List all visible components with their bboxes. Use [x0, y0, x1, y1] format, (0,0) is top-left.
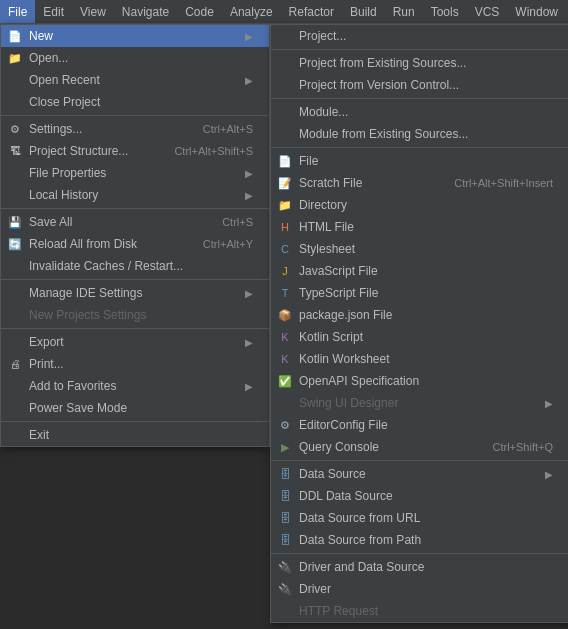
- file-icon: 📄: [277, 153, 293, 169]
- local-history-arrow-icon: ▶: [245, 190, 253, 201]
- submenu-item-driver-datasource[interactable]: 🔌 Driver and Data Source: [271, 556, 568, 578]
- menu-item-new-project-settings: New Projects Settings: [1, 304, 269, 326]
- kotlin-script-icon: K: [277, 329, 293, 345]
- right-separator-3: [271, 147, 568, 148]
- submenu-item-query-console[interactable]: ▶ Query Console Ctrl+Shift+Q: [271, 436, 568, 458]
- submenu-item-html[interactable]: H HTML File: [271, 216, 568, 238]
- export-arrow-icon: ▶: [245, 337, 253, 348]
- menubar-item-tools[interactable]: Tools: [423, 0, 467, 23]
- right-separator-4: [271, 460, 568, 461]
- submenu-item-data-source-path[interactable]: 🗄 Data Source from Path: [271, 529, 568, 551]
- separator-5: [1, 421, 269, 422]
- right-separator-5: [271, 553, 568, 554]
- structure-icon: 🏗: [7, 143, 23, 159]
- submenu-item-openapi[interactable]: ✅ OpenAPI Specification: [271, 370, 568, 392]
- submenu-item-kotlin-worksheet[interactable]: K Kotlin Worksheet: [271, 348, 568, 370]
- submenu-item-kotlin-script[interactable]: K Kotlin Script: [271, 326, 568, 348]
- right-separator-2: [271, 98, 568, 99]
- menu-item-new[interactable]: 📄 New ▶: [1, 25, 269, 47]
- separator-2: [1, 208, 269, 209]
- javascript-icon: J: [277, 263, 293, 279]
- menubar: File Edit View Navigate Code Analyze Ref…: [0, 0, 568, 24]
- new-icon: 📄: [7, 28, 23, 44]
- separator-4: [1, 328, 269, 329]
- directory-icon: 📁: [277, 197, 293, 213]
- submenu-item-editorconfig[interactable]: ⚙ EditorConfig File: [271, 414, 568, 436]
- scratch-icon: 📝: [277, 175, 293, 191]
- submenu-item-scratch[interactable]: 📝 Scratch File Ctrl+Alt+Shift+Insert: [271, 172, 568, 194]
- menu-item-save-all[interactable]: 💾 Save All Ctrl+S: [1, 211, 269, 233]
- submenu-item-javascript[interactable]: J JavaScript File: [271, 260, 568, 282]
- open-icon: 📁: [7, 50, 23, 66]
- data-source-path-icon: 🗄: [277, 532, 293, 548]
- menu-item-settings[interactable]: ⚙ Settings... Ctrl+Alt+S: [1, 118, 269, 140]
- typescript-icon: T: [277, 285, 293, 301]
- menu-item-close-project[interactable]: Close Project: [1, 91, 269, 113]
- menubar-item-vcs[interactable]: VCS: [467, 0, 508, 23]
- html-icon: H: [277, 219, 293, 235]
- ddl-data-source-icon: 🗄: [277, 488, 293, 504]
- submenu-item-directory[interactable]: 📁 Directory: [271, 194, 568, 216]
- data-source-arrow-icon: ▶: [545, 469, 553, 480]
- menubar-item-code[interactable]: Code: [177, 0, 222, 23]
- new-submenu-dropdown: Project... Project from Existing Sources…: [270, 24, 568, 623]
- submenu-item-project-existing[interactable]: Project from Existing Sources...: [271, 52, 568, 74]
- submenu-item-module[interactable]: Module...: [271, 101, 568, 123]
- print-icon: 🖨: [7, 356, 23, 372]
- file-properties-arrow-icon: ▶: [245, 168, 253, 179]
- submenu-item-project[interactable]: Project...: [271, 25, 568, 47]
- menu-item-local-history[interactable]: Local History ▶: [1, 184, 269, 206]
- submenu-item-driver[interactable]: 🔌 Driver: [271, 578, 568, 600]
- submenu-item-http-request: HTTP Request: [271, 600, 568, 622]
- submenu-item-package-json[interactable]: 📦 package.json File: [271, 304, 568, 326]
- menu-item-invalidate[interactable]: Invalidate Caches / Restart...: [1, 255, 269, 277]
- menubar-item-refactor[interactable]: Refactor: [281, 0, 342, 23]
- separator-3: [1, 279, 269, 280]
- package-json-icon: 📦: [277, 307, 293, 323]
- open-recent-arrow-icon: ▶: [245, 75, 253, 86]
- menu-item-add-favorites[interactable]: Add to Favorites ▶: [1, 375, 269, 397]
- submenu-item-module-existing[interactable]: Module from Existing Sources...: [271, 123, 568, 145]
- driver-icon: 🔌: [277, 581, 293, 597]
- submenu-item-typescript[interactable]: T TypeScript File: [271, 282, 568, 304]
- menu-item-project-structure[interactable]: 🏗 Project Structure... Ctrl+Alt+Shift+S: [1, 140, 269, 162]
- menubar-item-file[interactable]: File: [0, 0, 35, 23]
- submenu-item-file[interactable]: 📄 File: [271, 150, 568, 172]
- menu-item-exit[interactable]: Exit: [1, 424, 269, 446]
- query-console-icon: ▶: [277, 439, 293, 455]
- menu-item-manage-ide[interactable]: Manage IDE Settings ▶: [1, 282, 269, 304]
- add-favorites-arrow-icon: ▶: [245, 381, 253, 392]
- separator-1: [1, 115, 269, 116]
- data-source-url-icon: 🗄: [277, 510, 293, 526]
- menubar-item-window[interactable]: Window: [507, 0, 566, 23]
- menubar-item-run[interactable]: Run: [385, 0, 423, 23]
- menu-item-power-save[interactable]: Power Save Mode: [1, 397, 269, 419]
- menubar-item-navigate[interactable]: Navigate: [114, 0, 177, 23]
- submenu-item-ddl-data-source[interactable]: 🗄 DDL Data Source: [271, 485, 568, 507]
- kotlin-worksheet-icon: K: [277, 351, 293, 367]
- reload-icon: 🔄: [7, 236, 23, 252]
- menubar-item-analyze[interactable]: Analyze: [222, 0, 281, 23]
- stylesheet-icon: C: [277, 241, 293, 257]
- menu-item-export[interactable]: Export ▶: [1, 331, 269, 353]
- swing-arrow-icon: ▶: [545, 398, 553, 409]
- menubar-item-edit[interactable]: Edit: [35, 0, 72, 23]
- file-menu-dropdown: 📄 New ▶ 📁 Open... Open Recent ▶ Close Pr…: [0, 24, 270, 447]
- menu-item-open-recent[interactable]: Open Recent ▶: [1, 69, 269, 91]
- save-icon: 💾: [7, 214, 23, 230]
- menu-item-reload[interactable]: 🔄 Reload All from Disk Ctrl+Alt+Y: [1, 233, 269, 255]
- menu-item-file-properties[interactable]: File Properties ▶: [1, 162, 269, 184]
- new-arrow-icon: ▶: [245, 31, 253, 42]
- menu-item-print[interactable]: 🖨 Print...: [1, 353, 269, 375]
- menubar-item-build[interactable]: Build: [342, 0, 385, 23]
- menubar-item-view[interactable]: View: [72, 0, 114, 23]
- settings-icon: ⚙: [7, 121, 23, 137]
- submenu-item-data-source-url[interactable]: 🗄 Data Source from URL: [271, 507, 568, 529]
- manage-ide-arrow-icon: ▶: [245, 288, 253, 299]
- submenu-item-project-vcs[interactable]: Project from Version Control...: [271, 74, 568, 96]
- menu-item-open[interactable]: 📁 Open...: [1, 47, 269, 69]
- right-separator-1: [271, 49, 568, 50]
- submenu-item-data-source[interactable]: 🗄 Data Source ▶: [271, 463, 568, 485]
- submenu-item-stylesheet[interactable]: C Stylesheet: [271, 238, 568, 260]
- openapi-icon: ✅: [277, 373, 293, 389]
